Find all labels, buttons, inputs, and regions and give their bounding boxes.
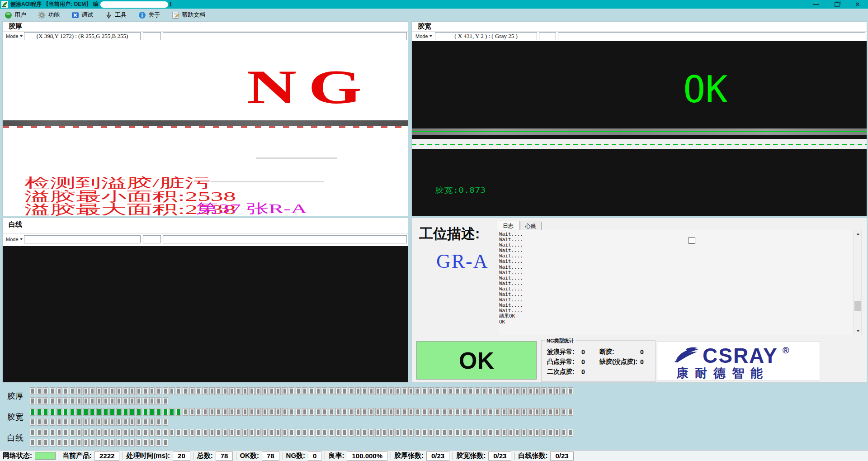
mode-dropdown[interactable]: Mode [414, 32, 434, 40]
menu-item[interactable]: 帮助文档 [172, 11, 205, 19]
progress-cell [528, 429, 533, 437]
progress-cell [388, 408, 394, 416]
progress-cell [508, 429, 514, 437]
station-id: GR-A [436, 250, 489, 273]
status-bar: 网络状态: 当前产品:2222处理时间(ms):20总数:78OK数:78NG数… [0, 450, 868, 461]
tab-log[interactable]: 日志 [497, 221, 519, 230]
progress-cell [296, 387, 301, 395]
progress-cell [541, 387, 547, 395]
menu-item-label: 调试 [81, 11, 93, 19]
progress-cell [282, 408, 288, 416]
progress-cell [57, 397, 62, 405]
menu-item[interactable]: 功能 [38, 11, 60, 19]
progress-cell [395, 408, 401, 416]
progress-cell [302, 408, 307, 416]
progress-cell [216, 429, 221, 437]
close-button[interactable]: × [847, 0, 868, 9]
glue-thickness-panel: 胶厚 Mode (X 398,Y 1272) : (R 255,G 255,B … [2, 21, 408, 216]
progress-row [30, 397, 168, 405]
progress-cell [422, 429, 427, 437]
scrollbar-thumb[interactable] [854, 301, 861, 311]
progress-cell [76, 418, 82, 426]
progress-cell [103, 408, 108, 416]
progress-cell [229, 429, 235, 437]
progress-cell [249, 408, 255, 416]
status-divider [193, 452, 194, 460]
menu-item[interactable]: 关于 [138, 11, 160, 19]
progress-cell [375, 429, 381, 437]
progress-cell [475, 429, 480, 437]
progress-cell [442, 408, 447, 416]
status-value: 100.000% [347, 451, 387, 461]
ng-stats-column: 断胶:0缺胶(没点胶):0 [599, 347, 644, 367]
log-output[interactable]: Wait....Wait....Wait....Wait....Wait....… [497, 230, 862, 335]
progress-cell [156, 397, 161, 405]
log-line: Wait.... [499, 232, 852, 237]
progress-cell [222, 408, 228, 416]
menu-item[interactable]: 工具 [105, 11, 127, 19]
glue-width-panel: 胶宽 Mode ( X 431, Y 2 ) : ( Gray 25 ) OK … [411, 21, 867, 216]
stat-row: 凸点异常:0 [547, 357, 585, 367]
progress-cell [495, 387, 500, 395]
scroll-up-icon[interactable] [854, 230, 862, 238]
log-line: Wait.... [499, 276, 852, 281]
progress-cell [50, 397, 55, 405]
progress-cell [255, 429, 261, 437]
minimize-button[interactable] [806, 0, 826, 9]
width-measurement: 胶宽:0.873 [435, 186, 486, 195]
progress-cell [129, 418, 135, 426]
progress-cell [362, 387, 367, 395]
mode-dropdown[interactable]: Mode [5, 235, 24, 243]
tab-heartbeat[interactable]: 心跳 [520, 222, 542, 230]
progress-cell [309, 408, 314, 416]
log-line: Wait.... [499, 259, 852, 264]
progress-cell [116, 408, 122, 416]
progress-cell [462, 408, 467, 416]
progress-cell [534, 387, 540, 395]
progress-cell [408, 429, 414, 437]
log-checkbox[interactable] [689, 237, 695, 244]
debug-icon [71, 11, 79, 19]
progress-cell [249, 429, 255, 437]
status-divider [123, 452, 123, 460]
log-scrollbar[interactable] [854, 230, 862, 335]
scroll-down-icon[interactable] [854, 327, 862, 335]
progress-cell [183, 429, 188, 437]
edge-detect-dashed-line [412, 144, 867, 145]
camera-image [3, 246, 408, 382]
progress-cell [116, 418, 122, 426]
progress-cell [329, 387, 334, 395]
progress-cell [209, 429, 215, 437]
about-icon [138, 11, 146, 19]
progress-row [30, 418, 168, 426]
progress-cell [30, 387, 35, 395]
progress-cell [316, 408, 321, 416]
progress-cell [488, 408, 493, 416]
progress-cell [269, 387, 274, 395]
progress-cell [382, 429, 387, 437]
progress-cell [548, 387, 553, 395]
defect-line: 检测到溢胶/脏污 [24, 176, 236, 190]
progress-cell [335, 408, 341, 416]
restore-button[interactable] [826, 0, 847, 9]
menu-item[interactable]: 调试 [71, 11, 93, 19]
progress-cell [37, 397, 42, 405]
status-items: 当前产品:2222处理时间(ms):20总数:78OK数:78NG数:0良率:1… [56, 451, 574, 461]
progress-cell [76, 408, 82, 416]
mode-dropdown[interactable]: Mode [5, 32, 24, 40]
progress-cell [375, 387, 381, 395]
log-lines: Wait....Wait....Wait....Wait....Wait....… [499, 232, 852, 334]
progress-cell [428, 387, 434, 395]
menu-item[interactable]: 用户 [5, 11, 26, 19]
progress-cell [275, 387, 281, 395]
progress-cell [242, 429, 248, 437]
progress-cell [216, 387, 221, 395]
menu-bar: 用户功能调试工具关于帮助文档 [0, 9, 868, 21]
progress-cell [116, 387, 122, 395]
progress-cell [501, 429, 507, 437]
progress-cell [96, 408, 102, 416]
stat-label: 断胶: [599, 348, 640, 356]
status-divider [236, 452, 236, 460]
progress-cell [541, 429, 547, 437]
progress-cell [163, 418, 168, 426]
